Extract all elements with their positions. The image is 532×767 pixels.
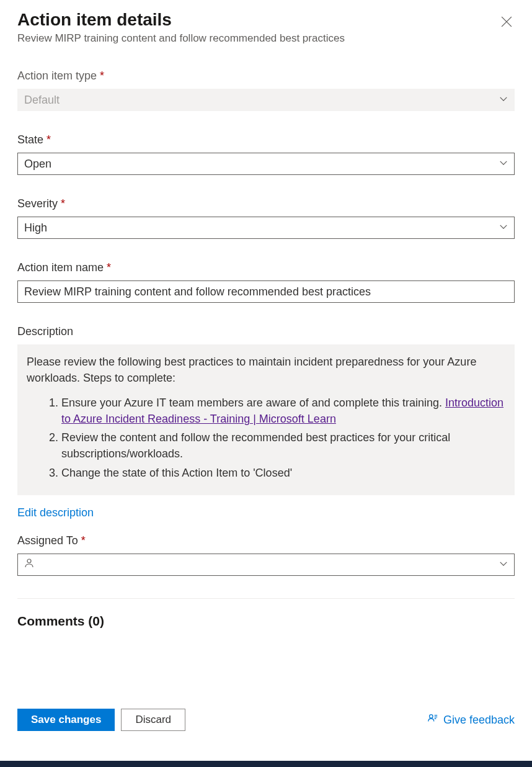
label-text: Action item type (17, 70, 97, 82)
save-button[interactable]: Save changes (17, 709, 115, 731)
assigned-to-select[interactable] (17, 554, 515, 576)
comments-heading: Comments (0) (17, 614, 515, 629)
field-assigned-to: Assigned To * (17, 534, 515, 576)
field-severity-label: Severity * (17, 197, 515, 210)
field-assigned-to-label: Assigned To * (17, 534, 515, 547)
field-name-label: Action item name * (17, 261, 515, 274)
action-item-panel: Action item details Review MIRP training… (0, 0, 532, 712)
step-text: Ensure your Azure IT team members are aw… (61, 397, 445, 409)
required-asterisk: * (47, 133, 51, 146)
close-button[interactable] (499, 14, 515, 32)
description-step-3: Change the state of this Action Item to … (61, 465, 505, 481)
type-select-value: Default (24, 94, 60, 107)
field-type-label: Action item type * (17, 70, 515, 83)
panel-subtitle: Review MIRP training content and follow … (17, 32, 345, 45)
field-description-label: Description (17, 325, 515, 338)
give-feedback-link[interactable]: Give feedback (427, 713, 515, 727)
required-asterisk: * (61, 197, 65, 210)
name-input[interactable]: Review MIRP training content and follow … (17, 280, 515, 303)
state-select-value: Open (24, 158, 51, 171)
name-input-value: Review MIRP training content and follow … (24, 285, 371, 298)
severity-select[interactable]: High (17, 217, 515, 239)
description-intro: Please review the following best practic… (27, 354, 505, 386)
feedback-icon (427, 713, 438, 727)
chevron-down-icon (499, 222, 508, 235)
panel-title: Action item details (17, 10, 345, 30)
footer-bar: Save changes Discard Give feedback (0, 701, 532, 756)
bottom-nav-bar (0, 761, 532, 767)
step-text: Change the state of this Action Item to … (61, 467, 292, 479)
edit-description-link[interactable]: Edit description (17, 506, 94, 519)
description-steps: Ensure your Azure IT team members are aw… (27, 395, 505, 480)
label-text: Severity (17, 197, 58, 210)
person-icon (24, 558, 40, 571)
svg-point-1 (430, 714, 433, 717)
field-name: Action item name * Review MIRP training … (17, 261, 515, 303)
required-asterisk: * (100, 70, 104, 82)
divider (17, 598, 515, 599)
chevron-down-icon (499, 558, 508, 571)
description-step-1: Ensure your Azure IT team members are aw… (61, 395, 505, 427)
description-box: Please review the following best practic… (17, 344, 515, 495)
footer-actions: Save changes Discard (17, 709, 185, 731)
field-state-label: State * (17, 133, 515, 146)
label-text: Action item name (17, 261, 104, 274)
step-text: Review the content and follow the recomm… (61, 431, 450, 460)
field-description: Description Please review the following … (17, 325, 515, 519)
label-text: Assigned To (17, 534, 78, 547)
feedback-label: Give feedback (443, 714, 515, 727)
required-asterisk: * (107, 261, 111, 274)
severity-select-value: High (24, 222, 47, 235)
required-asterisk: * (81, 534, 86, 547)
svg-point-0 (27, 559, 31, 563)
close-icon (501, 20, 512, 29)
chevron-down-icon (499, 94, 508, 107)
state-select[interactable]: Open (17, 153, 515, 175)
discard-button[interactable]: Discard (121, 709, 185, 731)
chevron-down-icon (499, 158, 508, 171)
description-step-2: Review the content and follow the recomm… (61, 429, 505, 462)
field-type: Action item type * Default (17, 70, 515, 111)
label-text: State (17, 133, 43, 146)
field-state: State * Open (17, 133, 515, 175)
panel-header: Action item details Review MIRP training… (17, 10, 515, 70)
type-select: Default (17, 89, 515, 111)
field-severity: Severity * High (17, 197, 515, 239)
